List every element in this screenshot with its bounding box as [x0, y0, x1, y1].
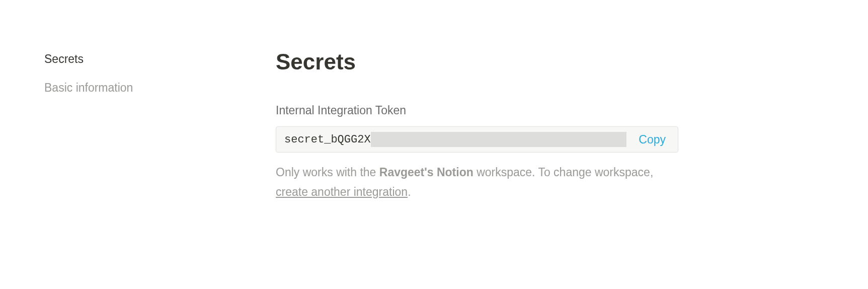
- sidebar-item-basic-information[interactable]: Basic information: [44, 79, 185, 97]
- page-container: Secrets Basic information Secrets Intern…: [0, 0, 868, 202]
- help-text-suffix: .: [408, 185, 411, 198]
- page-title: Secrets: [276, 49, 678, 75]
- token-mask: [371, 132, 627, 147]
- sidebar-item-secrets[interactable]: Secrets: [44, 50, 185, 68]
- token-box: secret_bQGG2X Copy: [276, 126, 678, 153]
- token-field-label: Internal Integration Token: [276, 104, 678, 117]
- sidebar: Secrets Basic information: [44, 50, 185, 202]
- copy-button[interactable]: Copy: [635, 133, 670, 147]
- main-content: Secrets Internal Integration Token secre…: [276, 50, 678, 202]
- help-text-prefix: Only works with the: [276, 166, 379, 179]
- help-text: Only works with the Ravgeet's Notion wor…: [276, 163, 678, 202]
- help-text-middle: workspace. To change workspace,: [474, 166, 654, 179]
- help-text-workspace: Ravgeet's Notion: [379, 166, 474, 179]
- create-integration-link[interactable]: create another integration: [276, 185, 408, 198]
- token-value: secret_bQGG2X: [284, 133, 371, 146]
